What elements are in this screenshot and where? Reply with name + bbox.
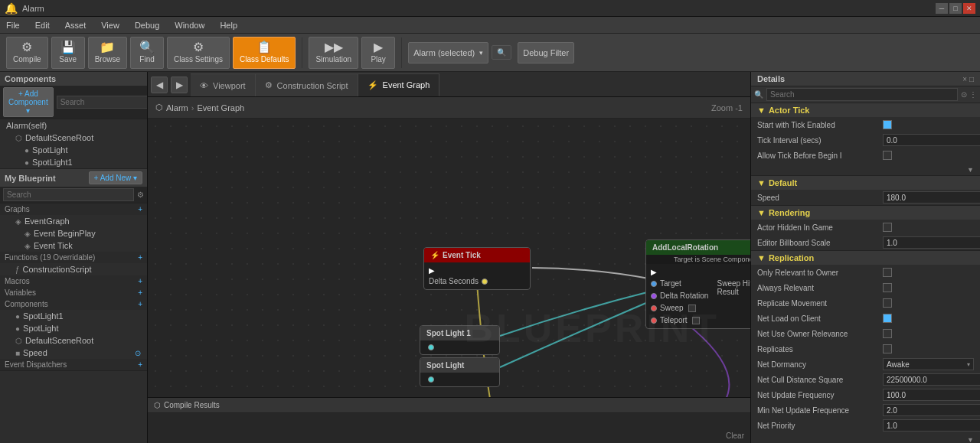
comp-spotlight1[interactable]: ● SpotLight1 [0,310,147,322]
search-debug-button[interactable]: 🔍 [492,45,511,60]
prop-net-load-checkbox[interactable] [883,314,892,323]
spotlight1-item[interactable]: ● SpotLight1 [0,156,147,168]
comp-add-icon[interactable]: + [138,300,142,308]
simulation-button[interactable]: ▶▶ Simulation [309,37,358,69]
functions-add-icon[interactable]: + [138,253,142,262]
default-header[interactable]: ▼ Default [751,176,980,190]
actor-tick-expand[interactable]: ▼ [751,163,980,175]
prop-tick-interval-value: ⇅ [883,134,980,146]
components-search-input[interactable] [57,96,148,109]
prop-replicate-movement-checkbox[interactable] [883,298,892,308]
browse-button[interactable]: 📁 Browse [88,37,127,69]
prop-net-use-owner-checkbox[interactable] [883,329,892,338]
comp-spotlight1-icon: ● [15,312,20,321]
event-dispatchers-add-icon[interactable]: + [138,360,142,369]
event-begin-play-item[interactable]: ◈ Event BeginPlay [0,227,147,239]
spotlight-item[interactable]: ● SpotLight [0,144,147,156]
alr-teleport-checkbox[interactable] [692,317,700,324]
prop-allow-tick-checkbox[interactable] [883,151,892,160]
blueprint-canvas[interactable]: ⚡ Event Tick ▶ Delta Seconds [148,119,750,397]
alarm-self-item[interactable]: Alarm(self) [0,119,147,132]
comp-spotlight[interactable]: ● SpotLight [0,322,147,334]
prop-billboard-scale-input[interactable] [883,236,980,249]
debug-dropdown[interactable]: Alarm (selected) ▾ [408,42,488,64]
prop-net-update-freq-input[interactable] [883,389,980,401]
variables-section-label[interactable]: Variables + [0,287,147,298]
clear-button[interactable]: Clear [726,432,744,440]
graphs-add-icon[interactable]: + [138,205,142,213]
macros-add-icon[interactable]: + [138,277,142,285]
prop-net-cull-value: ⇅ [883,373,980,386]
actor-tick-header[interactable]: ▼ Actor Tick [751,103,980,117]
variables-add-icon[interactable]: + [138,288,142,297]
right-search-options[interactable]: ⊙ ⋮ [961,90,977,99]
event-graph-tab[interactable]: ⚡ Event Graph [358,73,440,96]
prop-replicates-label: Replicates [757,345,880,353]
event-tick-exec-row: ▶ [429,265,525,275]
menu-help[interactable]: Help [217,19,240,31]
class-defaults-button[interactable]: 📋 Class Defaults [233,37,296,69]
default-scene-root-item[interactable]: ⬡ DefaultSceneRoot [0,132,147,144]
menu-file[interactable]: File [3,19,23,31]
replication-expand[interactable]: ▼ [751,433,980,443]
comp-default-scene[interactable]: ⬡ DefaultSceneRoot [0,334,147,347]
maximize-button[interactable]: □ [949,3,962,14]
menu-debug[interactable]: Debug [132,19,162,31]
add-new-button[interactable]: + Add New ▾ [89,171,142,184]
spot-light-1-header-label: Spot Light 1 [426,329,471,337]
replication-header[interactable]: ▼ Replication [751,251,980,265]
prop-tick-interval-input[interactable] [883,134,980,146]
breadcrumb-alarm[interactable]: Alarm [166,103,188,112]
event-dispatchers-label[interactable]: Event Dispatchers + [0,359,147,370]
menu-window[interactable]: Window [172,19,207,31]
prop-net-cull-input[interactable] [883,373,980,386]
my-blueprint-header[interactable]: My Blueprint + Add New ▾ [0,169,147,187]
class-settings-button[interactable]: ⚙ Class Settings [167,37,230,69]
right-search-input[interactable] [766,88,958,101]
viewport-tab[interactable]: 👁 Viewport [191,73,256,96]
functions-section-label[interactable]: Functions (19 Overridable) + [0,252,147,263]
rendering-header[interactable]: ▼ Rendering [751,206,980,220]
close-button[interactable]: ✕ [963,3,975,14]
save-button[interactable]: 💾 Save [51,37,85,69]
prop-only-relevant-checkbox[interactable] [883,268,892,277]
macros-section-label[interactable]: Macros + [0,275,147,287]
prop-replicates-checkbox[interactable] [883,344,892,353]
alr-sweep-checkbox[interactable] [688,305,696,312]
find-button[interactable]: 🔍 Find [130,37,164,69]
breadcrumb-event-graph[interactable]: Event Graph [197,103,244,112]
debug-filter-button[interactable]: Debug Filter [518,42,574,64]
blueprint-filter-icon[interactable]: ⚙ [137,191,144,199]
play-button[interactable]: ▶ Play [361,37,395,69]
graphs-section-label[interactable]: Graphs + [0,204,147,215]
compile-button[interactable]: ⚙ Compile [6,37,48,69]
blueprint-search-input[interactable] [3,188,134,201]
construction-script-item[interactable]: ƒ ConstructionScript [0,263,147,275]
speed-expose-icon[interactable]: ⊙ [135,349,141,357]
comp-speed[interactable]: ■ Speed ⊙ [0,347,147,359]
prop-start-tick-checkbox[interactable] [883,120,892,129]
menu-view[interactable]: View [98,19,122,31]
components-header[interactable]: Components [0,72,147,86]
prop-always-relevant-checkbox[interactable] [883,283,892,292]
prop-net-dormancy-dropdown[interactable]: Awake ▾ [883,358,974,370]
add-component-button[interactable]: + Add Component ▾ [3,87,54,117]
menu-edit[interactable]: Edit [32,19,53,31]
event-graph-item[interactable]: ◈ EventGraph [0,215,147,227]
prop-net-priority: Net Priority ⇅ [751,418,980,433]
comp-section-label[interactable]: Components + [0,298,147,310]
prop-hidden-game-checkbox[interactable] [883,223,892,232]
minimize-button[interactable]: ─ [936,3,948,14]
event-tick-item[interactable]: ◈ Event Tick [0,239,147,252]
class-settings-label: Class Settings [174,55,223,64]
construction-script-tab[interactable]: ⚙ Construction Script [256,73,358,96]
menu-asset[interactable]: Asset [62,19,90,31]
bottom-tab-text[interactable]: Compile Results [164,401,220,409]
prop-net-priority-input[interactable] [883,419,980,432]
prop-net-dormancy: Net Dormancy Awake ▾ [751,357,980,372]
alr-delta-label: Delta Rotation [660,292,708,300]
prop-speed-input[interactable] [883,191,980,204]
nav-back-button[interactable]: ◀ [151,77,168,93]
nav-fwd-button[interactable]: ▶ [171,77,188,93]
prop-min-net-update-input[interactable] [883,404,980,416]
